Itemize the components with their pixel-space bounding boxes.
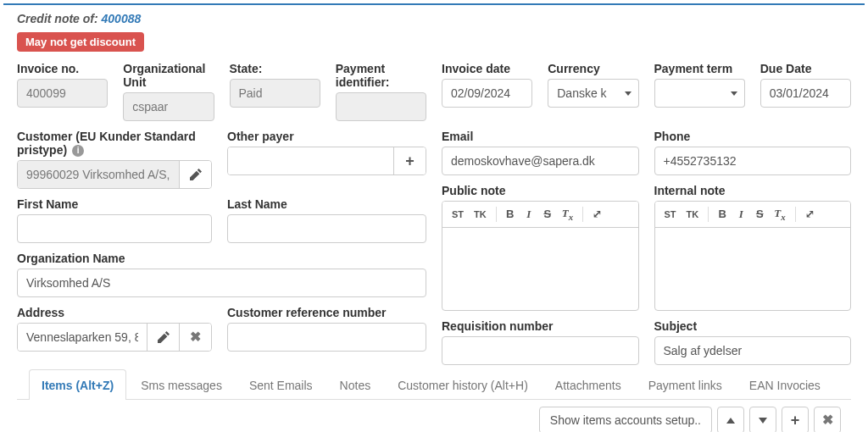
close-icon: ✖ [190, 330, 201, 344]
remove-item-button[interactable]: ✖ [814, 407, 841, 432]
due-date-field: Due Date [760, 62, 851, 108]
items-action-bar: Show items accounts setup.. + ✖ [17, 400, 851, 432]
address-label: Address [17, 306, 212, 319]
discount-warning-badge: May not get discount [17, 32, 144, 52]
public-note-label: Public note [442, 184, 639, 197]
org-name-field: Organization Name [17, 252, 426, 297]
customer-field: Customer (EU Kunder Standard pristype) i [17, 130, 212, 189]
internal-note-textarea[interactable] [655, 228, 851, 310]
toolbar-separator [496, 207, 497, 222]
first-name-label: First Name [17, 197, 212, 211]
other-payer-input[interactable] [228, 147, 393, 174]
state-field: State: [230, 62, 320, 108]
strike-button[interactable]: S [539, 206, 556, 222]
email-input[interactable] [442, 147, 639, 175]
internal-note-toolbar: ST TK B I S Tx ⤢ [655, 202, 851, 228]
credit-note-prefix: Credit note of: [17, 12, 102, 25]
form-row-1: Invoice no. Organizational Unit State: P… [17, 62, 851, 365]
tab-payment-links[interactable]: Payment links [636, 369, 735, 400]
currency-input[interactable] [548, 79, 618, 108]
due-date-label: Due Date [760, 62, 851, 75]
bold-button[interactable]: B [714, 206, 731, 222]
internal-note-field: Internal note ST TK B I S Tx ⤢ [654, 184, 852, 311]
state-input [230, 79, 320, 108]
toolbar-st[interactable]: ST [448, 208, 468, 221]
address-clear-button[interactable]: ✖ [179, 324, 211, 351]
cust-ref-input[interactable] [227, 323, 426, 352]
tab-notes[interactable]: Notes [327, 369, 384, 400]
fullscreen-button[interactable]: ⤢ [801, 206, 819, 222]
show-items-accounts-button[interactable]: Show items accounts setup.. [539, 407, 712, 432]
due-date-input[interactable] [760, 79, 851, 108]
requisition-field: Requisition number [442, 319, 639, 365]
invoice-date-field: Invoice date [442, 62, 532, 108]
phone-input[interactable] [654, 147, 852, 175]
fullscreen-button[interactable]: ⤢ [588, 206, 606, 222]
email-label: Email [442, 130, 639, 143]
chevron-down-icon [731, 91, 737, 96]
last-name-input[interactable] [227, 214, 426, 243]
tab-sent-emails[interactable]: Sent Emails [236, 369, 326, 400]
subject-field: Subject [654, 319, 852, 365]
subject-label: Subject [654, 319, 852, 333]
customer-label: Customer (EU Kunder Standard pristype) i [17, 130, 212, 157]
clear-format-button[interactable]: Tx [558, 205, 577, 224]
address-field: Address ✖ [17, 306, 212, 352]
invoice-date-input[interactable] [442, 79, 532, 108]
requisition-label: Requisition number [442, 319, 639, 333]
address-input[interactable] [18, 324, 147, 351]
first-name-input[interactable] [17, 214, 212, 243]
org-unit-input [123, 92, 214, 121]
info-icon[interactable]: i [72, 145, 84, 157]
tab-ean-invoices[interactable]: EAN Invocies [737, 369, 833, 400]
close-icon: ✖ [822, 413, 833, 427]
bold-button[interactable]: B [502, 206, 519, 222]
move-down-button[interactable] [749, 407, 776, 432]
org-unit-label: Organizational Unit [123, 62, 214, 89]
toolbar-st[interactable]: ST [660, 208, 681, 221]
currency-field: Currency [548, 62, 638, 108]
detail-tabs: Items (Alt+Z) Sms messages Sent Emails N… [17, 368, 851, 400]
requisition-input[interactable] [442, 336, 639, 365]
payment-term-input[interactable] [654, 79, 725, 108]
tab-items[interactable]: Items (Alt+Z) [29, 369, 126, 400]
clear-format-button[interactable]: Tx [770, 205, 789, 224]
invoice-no-label: Invoice no. [17, 62, 108, 75]
right-column: Email Phone Public note ST TK B I S [442, 130, 851, 365]
toolbar-tk[interactable]: TK [470, 208, 491, 221]
italic-button[interactable]: I [520, 206, 537, 223]
other-payer-field: Other payer + [227, 130, 426, 189]
org-name-input[interactable] [17, 269, 426, 297]
invoice-panel: Credit note of: 400088 May not get disco… [3, 3, 865, 432]
subject-input[interactable] [654, 336, 852, 365]
last-name-label: Last Name [227, 197, 426, 211]
first-name-field: First Name [17, 197, 212, 243]
customer-input [18, 161, 179, 188]
address-edit-button[interactable] [147, 324, 179, 351]
plus-icon: + [791, 413, 800, 428]
public-note-field: Public note ST TK B I S Tx ⤢ [442, 184, 639, 311]
tx-icon: T [774, 207, 781, 219]
toolbar-tk[interactable]: TK [682, 208, 704, 221]
tab-sms[interactable]: Sms messages [128, 369, 235, 400]
payment-term-label: Payment term [654, 62, 745, 75]
move-up-button[interactable] [717, 407, 744, 432]
payment-term-dropdown-toggle[interactable] [724, 79, 745, 108]
strike-button[interactable]: S [751, 206, 768, 222]
pencil-icon [158, 331, 170, 343]
chevron-down-icon [625, 91, 632, 96]
currency-dropdown-toggle[interactable] [618, 79, 639, 108]
plus-icon: + [405, 153, 415, 169]
left-column: Customer (EU Kunder Standard pristype) i… [17, 130, 426, 352]
payment-identifier-field: Payment identifier: [336, 62, 426, 121]
arrow-up-icon [726, 418, 735, 424]
tab-customer-history[interactable]: Customer history (Alt+H) [385, 369, 541, 400]
credit-note-link[interactable]: 400088 [102, 12, 142, 25]
italic-button[interactable]: I [732, 206, 749, 223]
add-item-button[interactable]: + [782, 407, 809, 432]
tab-attachments[interactable]: Attachments [542, 369, 634, 400]
public-note-textarea[interactable] [442, 228, 638, 310]
other-payer-label: Other payer [227, 130, 426, 143]
customer-edit-button[interactable] [179, 161, 211, 188]
other-payer-add-button[interactable]: + [393, 147, 426, 174]
